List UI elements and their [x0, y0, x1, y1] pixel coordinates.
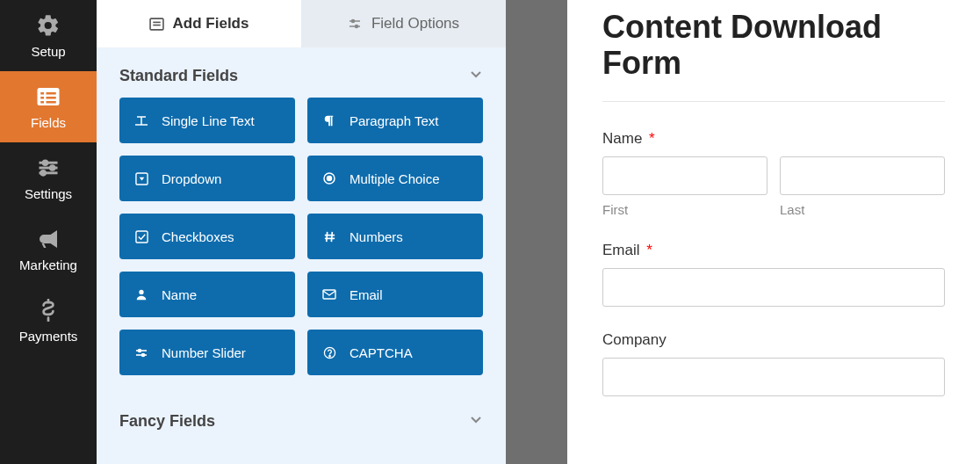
field-name[interactable]: Name: [119, 272, 295, 317]
standard-fields-grid: Single Line Text Paragraph Text Dropdown: [97, 98, 506, 393]
divider-area: [506, 0, 567, 464]
sliders-icon: [348, 17, 363, 32]
field-number-slider[interactable]: Number Slider: [119, 330, 295, 375]
svg-point-35: [139, 350, 141, 352]
svg-point-37: [142, 354, 145, 357]
svg-point-17: [352, 20, 355, 23]
radio-icon: [321, 170, 337, 186]
form-title: Content Download Form: [602, 9, 945, 102]
field-checkboxes[interactable]: Checkboxes: [119, 214, 295, 259]
svg-rect-27: [135, 230, 147, 242]
svg-rect-6: [47, 101, 56, 104]
field-label: Numbers: [349, 229, 403, 244]
text-icon: [133, 112, 149, 128]
company-label: Company: [602, 331, 945, 349]
field-captcha[interactable]: CAPTCHA: [307, 330, 483, 375]
sidebar-item-fields[interactable]: Fields: [0, 71, 97, 142]
sidebar-label: Settings: [25, 186, 72, 201]
field-label: Paragraph Text: [349, 113, 438, 128]
svg-point-26: [328, 177, 332, 181]
tab-label: Add Fields: [173, 15, 249, 33]
dollar-icon: [35, 297, 61, 323]
field-single-line-text[interactable]: Single Line Text: [119, 98, 295, 143]
field-dropdown[interactable]: Dropdown: [119, 156, 295, 201]
tab-field-options[interactable]: Field Options: [301, 0, 506, 47]
svg-marker-24: [139, 177, 144, 180]
paragraph-icon: [321, 112, 337, 128]
svg-rect-5: [40, 101, 44, 104]
required-indicator: *: [649, 130, 655, 147]
section-standard-fields[interactable]: Standard Fields: [97, 47, 506, 98]
sidebar-label: Marketing: [19, 257, 77, 272]
name-label: Name *: [602, 130, 945, 148]
svg-point-8: [43, 161, 47, 165]
email-label: Email *: [602, 242, 945, 259]
panel-tabs: Add Fields Field Options: [97, 0, 506, 47]
field-label: Number Slider: [162, 345, 246, 360]
field-label: Checkboxes: [162, 229, 234, 244]
tab-add-fields[interactable]: Add Fields: [97, 0, 301, 47]
section-fancy-fields[interactable]: Fancy Fields: [97, 393, 506, 443]
svg-rect-33: [323, 290, 335, 299]
question-circle-icon: [321, 344, 337, 360]
slider-icon: [133, 344, 149, 360]
fields-panel: Add Fields Field Options Standard Fields: [97, 0, 506, 464]
section-title: Standard Fields: [119, 67, 238, 85]
caret-square-icon: [133, 170, 149, 186]
envelope-icon: [321, 286, 337, 302]
list-icon: [35, 83, 61, 110]
required-indicator: *: [646, 242, 652, 258]
field-label: CAPTCHA: [349, 345, 413, 360]
main-sidebar: Setup Fields Settings Marketing Payments: [0, 0, 97, 464]
field-paragraph-text[interactable]: Paragraph Text: [307, 98, 483, 143]
svg-point-32: [139, 290, 143, 294]
hash-icon: [321, 228, 337, 244]
field-label: Name: [162, 287, 197, 302]
svg-rect-13: [150, 18, 163, 30]
field-multiple-choice[interactable]: Multiple Choice: [307, 156, 483, 201]
form-field-name: Name * First Last: [602, 130, 945, 217]
sidebar-label: Payments: [19, 329, 78, 344]
form-field-company: Company: [602, 331, 945, 396]
sidebar-item-marketing[interactable]: Marketing: [0, 214, 97, 285]
svg-rect-1: [40, 92, 44, 95]
first-name-input[interactable]: [602, 156, 767, 195]
check-square-icon: [133, 228, 149, 244]
svg-rect-2: [47, 92, 56, 95]
svg-rect-4: [47, 97, 56, 99]
sidebar-label: Fields: [31, 115, 66, 130]
svg-point-19: [356, 25, 358, 28]
sidebar-item-settings[interactable]: Settings: [0, 142, 97, 214]
svg-line-28: [326, 231, 327, 241]
field-label: Single Line Text: [162, 113, 255, 128]
field-label: Email: [349, 287, 383, 302]
last-sublabel: Last: [780, 202, 945, 217]
last-name-input[interactable]: [780, 156, 945, 195]
form-icon: [149, 17, 164, 32]
svg-point-12: [41, 171, 46, 176]
company-input[interactable]: [602, 358, 945, 396]
svg-rect-3: [40, 97, 44, 99]
sidebar-label: Setup: [31, 44, 65, 59]
form-field-email: Email *: [602, 242, 945, 307]
gear-icon: [35, 12, 61, 39]
field-label: Multiple Choice: [349, 171, 440, 186]
person-icon: [133, 286, 149, 302]
field-numbers[interactable]: Numbers: [307, 214, 483, 259]
email-input[interactable]: [602, 268, 945, 307]
sliders-icon: [35, 155, 61, 181]
chevron-down-icon: [469, 67, 483, 85]
sidebar-item-setup[interactable]: Setup: [0, 0, 97, 71]
field-label: Dropdown: [162, 171, 221, 186]
first-sublabel: First: [602, 202, 767, 217]
svg-line-29: [331, 231, 332, 241]
section-title: Fancy Fields: [119, 412, 215, 431]
chevron-down-icon: [469, 412, 483, 431]
svg-point-10: [50, 166, 54, 170]
svg-point-39: [328, 355, 330, 357]
form-preview: Content Download Form Name * First Last …: [567, 0, 980, 464]
sidebar-item-payments[interactable]: Payments: [0, 285, 97, 356]
bullhorn-icon: [35, 226, 61, 252]
tab-label: Field Options: [371, 15, 459, 33]
field-email[interactable]: Email: [307, 272, 483, 317]
